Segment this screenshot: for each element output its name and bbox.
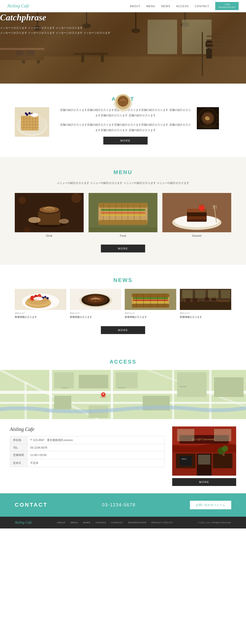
news-title-2: 新着情報が入ります bbox=[70, 315, 122, 319]
menu-title: MENU bbox=[15, 169, 231, 176]
svg-point-45 bbox=[25, 112, 27, 114]
reservation-button[interactable]: ご予約 RESERVATION bbox=[215, 2, 239, 10]
svg-point-107 bbox=[44, 296, 47, 298]
svg-rect-154 bbox=[116, 372, 138, 388]
news-more-button[interactable]: MORE bbox=[101, 326, 145, 334]
news-title-4: 新着情報が入ります bbox=[180, 315, 231, 319]
table-label-hours: 営業時間 bbox=[10, 451, 27, 459]
news-more-container: MORE bbox=[15, 326, 231, 334]
svg-point-46 bbox=[31, 113, 38, 117]
svg-rect-27 bbox=[207, 43, 226, 44]
footer-nav-about[interactable]: ABOUT bbox=[57, 521, 66, 524]
svg-rect-147 bbox=[172, 370, 174, 419]
nav-menu[interactable]: MENU bbox=[146, 5, 155, 8]
svg-point-181 bbox=[222, 446, 228, 452]
news-title-1: 新着情報が入ります bbox=[15, 315, 66, 319]
svg-rect-138 bbox=[182, 290, 193, 298]
footer-copyright: © 2021, Xxx. All Rights Reserved. bbox=[198, 521, 231, 524]
cafe-storefront-image: Le Café Gourmand MENU bbox=[172, 426, 236, 476]
footer: Aisling Cafe ABOUT MENU NEWS ACCESS CONT… bbox=[0, 517, 246, 528]
table-label-tel: TEL bbox=[10, 444, 27, 451]
drink-image bbox=[15, 193, 84, 232]
svg-rect-172 bbox=[214, 429, 231, 441]
svg-rect-182 bbox=[223, 452, 224, 456]
table-value-tel: 03-1234-5678 bbox=[27, 444, 165, 451]
map[interactable]: xxxxxxx xxxxxxx xxxxxxx bbox=[0, 370, 246, 419]
svg-point-165 bbox=[102, 393, 104, 395]
svg-rect-23 bbox=[206, 49, 212, 58]
main-nav: ABOUT MENU NEWS ACCESS CONTACT ご予約 RESER… bbox=[130, 2, 239, 10]
footer-nav-news[interactable]: NEWS bbox=[83, 521, 91, 524]
contact-telephone: 03-1234-5678 bbox=[102, 502, 136, 508]
svg-rect-139 bbox=[195, 290, 205, 298]
menu-more-button[interactable]: MORE bbox=[101, 244, 145, 252]
info-right: Le Café Gourmand MENU MORE bbox=[172, 426, 236, 486]
map-image: xxxxxxx xxxxxxx xxxxxxx bbox=[0, 370, 246, 419]
svg-text:Le Café Gourmand: Le Café Gourmand bbox=[192, 438, 215, 441]
menu-more-container: MORE bbox=[15, 244, 231, 252]
nav-contact[interactable]: CONTACT bbox=[195, 5, 209, 8]
svg-point-93 bbox=[199, 204, 205, 211]
menu-item-dessert: Dessert bbox=[162, 193, 231, 237]
svg-rect-25 bbox=[207, 36, 226, 37]
news-title: NEWS bbox=[15, 277, 231, 284]
svg-point-65 bbox=[28, 217, 41, 223]
info-more-button[interactable]: MORE bbox=[172, 478, 236, 486]
footer-nav-menu[interactable]: MENU bbox=[71, 521, 78, 524]
svg-rect-174 bbox=[198, 455, 204, 464]
footer-nav: ABOUT MENU NEWS ACCESS CONTACT RESERVATI… bbox=[57, 521, 173, 524]
table-row: 定休日 不定休 bbox=[10, 459, 165, 467]
table-label-holiday: 定休日 bbox=[10, 459, 27, 467]
hero-title: Catchphrase bbox=[0, 12, 246, 22]
logo: Aisling Cafe bbox=[7, 4, 30, 8]
footer-nav-reservation[interactable]: RESERVATION bbox=[128, 521, 146, 524]
about-section: ABOUT bbox=[0, 84, 246, 157]
svg-rect-134 bbox=[185, 298, 190, 302]
nav-about[interactable]: ABOUT bbox=[130, 5, 140, 8]
news-grid: 2021.5.17 新着情報が入ります 2021.5.17 新着情報が入 bbox=[15, 288, 231, 319]
svg-rect-83 bbox=[101, 214, 145, 216]
news-item-3[interactable]: 2021.5.17 新着情報が入ります bbox=[125, 288, 176, 319]
footer-nav-privacy[interactable]: PRIVACY POLICY bbox=[151, 521, 173, 524]
menu-section: MENU メニューの紹介が入ります メニューの紹介が入ります メニューの紹介が入… bbox=[0, 157, 246, 265]
svg-rect-141 bbox=[221, 290, 230, 298]
svg-rect-178 bbox=[180, 456, 192, 466]
news-title-3: 新着情報が入ります bbox=[125, 315, 176, 319]
svg-rect-21 bbox=[27, 50, 35, 55]
contact-title: CONTACT bbox=[15, 502, 48, 508]
coffee-cup-top bbox=[112, 91, 134, 113]
food-image bbox=[89, 193, 157, 232]
table-value-address: 〒123-4567 東京都新宿区xxxxxxx bbox=[27, 436, 165, 444]
svg-rect-28 bbox=[207, 47, 226, 48]
svg-rect-175 bbox=[204, 455, 210, 464]
svg-rect-24 bbox=[202, 32, 203, 76]
footer-nav-access[interactable]: ACCESS bbox=[95, 521, 106, 524]
contact-form-button[interactable]: お問い合わせフォーム bbox=[190, 501, 231, 509]
svg-point-64 bbox=[43, 207, 55, 211]
nav-access[interactable]: ACCESS bbox=[176, 5, 189, 8]
svg-rect-84 bbox=[89, 227, 157, 232]
svg-rect-159 bbox=[214, 377, 243, 397]
svg-point-68 bbox=[71, 193, 81, 203]
svg-rect-140 bbox=[208, 290, 218, 298]
about-more-button[interactable]: MORE bbox=[103, 137, 148, 144]
svg-rect-152 bbox=[54, 372, 74, 388]
hero-subtitle-2: メッセージが入ります メッセージが入ります メッセージが入ります メッセージが入… bbox=[0, 30, 246, 36]
menu-grid: Drink bbox=[15, 193, 231, 237]
footer-nav-contact[interactable]: CONTACT bbox=[111, 521, 123, 524]
news-item-2[interactable]: 2021.5.17 新着情報が入ります bbox=[70, 288, 122, 319]
info-section: Aisling Cafe 所在地 〒123-4567 東京都新宿区xxxxxxx… bbox=[0, 419, 246, 493]
hero-section: Catchphrase メッセージが入ります メッセージが入ります メッセージが… bbox=[0, 12, 246, 84]
news-item-1[interactable]: 2021.5.17 新着情報が入ります bbox=[15, 288, 66, 319]
nav-news[interactable]: NEWS bbox=[161, 5, 170, 8]
svg-point-108 bbox=[47, 297, 49, 300]
menu-label-drink: Drink bbox=[15, 234, 84, 237]
svg-rect-15 bbox=[74, 53, 108, 55]
news-item-4[interactable]: 2021.5.17 新着情報が入ります bbox=[180, 288, 231, 319]
hero-content: Catchphrase メッセージが入ります メッセージが入ります メッセージが… bbox=[0, 12, 246, 36]
svg-point-52 bbox=[198, 124, 218, 128]
coffee-top-image bbox=[197, 107, 219, 129]
svg-rect-133 bbox=[217, 300, 229, 302]
news-section: NEWS bbox=[0, 265, 246, 346]
news-image-4 bbox=[180, 288, 231, 310]
